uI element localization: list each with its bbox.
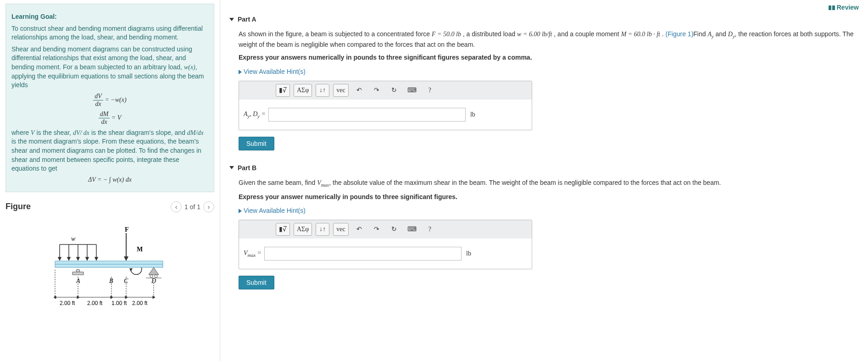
caret-right-icon bbox=[239, 70, 242, 74]
fig-dim-3: 1.00 ft bbox=[111, 300, 127, 306]
right-column: Review Part A As shown in the figure, a … bbox=[220, 0, 868, 361]
review-icon bbox=[829, 6, 835, 10]
equation-3: ΔV = − ∫ w(x) dx bbox=[11, 176, 208, 183]
figure-title: Figure bbox=[6, 202, 31, 211]
fig-label-A: A bbox=[76, 278, 80, 284]
part-a-instructions: Express your answers numerically in poun… bbox=[239, 53, 859, 62]
fig-dim-2: 2.00 ft bbox=[87, 300, 103, 306]
svg-marker-2 bbox=[58, 257, 61, 260]
figure-diagram: w F M A bbox=[46, 226, 174, 319]
keyboard-button[interactable]: ⌨ bbox=[405, 84, 419, 97]
figure-1-link[interactable]: (Figure 1) bbox=[666, 30, 694, 38]
part-b-answer-row: Vmax = lb bbox=[239, 239, 532, 269]
fig-label-B: B bbox=[109, 278, 113, 284]
redo-button[interactable]: ↷ bbox=[370, 84, 384, 97]
part-a-text: As shown in the figure, a beam is subjec… bbox=[239, 29, 859, 49]
review-link[interactable]: Review bbox=[229, 4, 859, 11]
figure-header-row: Figure ‹ 1 of 1 › bbox=[6, 201, 214, 212]
part-a-hints-link[interactable]: View Available Hint(s) bbox=[239, 68, 859, 75]
fig-dim-4: 2.00 ft bbox=[132, 300, 148, 306]
part-a-answer-box: ▮√̅ ΑΣφ ↓↑ vec ↶ ↷ ↻ ⌨ ? Ay, Dy = lb bbox=[239, 81, 532, 130]
pager-text: 1 of 1 bbox=[184, 203, 200, 211]
learning-goal-p2: Shear and bending moment diagrams can be… bbox=[11, 45, 208, 90]
pager-next-button[interactable]: › bbox=[203, 201, 214, 212]
caret-right-icon bbox=[239, 209, 242, 213]
greek-button[interactable]: ΑΣφ bbox=[294, 84, 312, 97]
greek-button[interactable]: ΑΣφ bbox=[294, 223, 312, 236]
fig-dim-1: 2.00 ft bbox=[60, 300, 75, 306]
part-b-answer-box: ▮√̅ ΑΣφ ↓↑ vec ↶ ↷ ↻ ⌨ ? Vmax = lb bbox=[239, 220, 532, 269]
part-a-answer-input[interactable] bbox=[268, 108, 466, 122]
learning-goal-p3: where V is the shear, dV/ dx is the shea… bbox=[11, 128, 208, 173]
vec-button[interactable]: vec bbox=[333, 84, 348, 97]
svg-marker-13 bbox=[129, 268, 133, 272]
undo-button[interactable]: ↶ bbox=[352, 84, 366, 97]
part-a-submit-button[interactable]: Submit bbox=[239, 137, 274, 150]
reset-button[interactable]: ↻ bbox=[387, 84, 401, 97]
part-a-answer-row: Ay, Dy = lb bbox=[239, 100, 532, 130]
svg-marker-18 bbox=[149, 267, 159, 275]
svg-marker-6 bbox=[77, 257, 79, 260]
part-b-answer-label: Vmax = bbox=[244, 250, 262, 258]
vec-button[interactable]: vec bbox=[333, 223, 348, 236]
caret-down-icon bbox=[229, 18, 234, 21]
part-a-answer-label: Ay, Dy = bbox=[244, 111, 266, 119]
learning-goal-title: Learning Goal: bbox=[11, 13, 57, 20]
left-column: Learning Goal: To construct shear and be… bbox=[0, 0, 220, 361]
fig-label-M: M bbox=[137, 246, 143, 253]
part-b-submit-button[interactable]: Submit bbox=[239, 276, 274, 289]
part-a-toolbar: ▮√̅ ΑΣφ ↓↑ vec ↶ ↷ ↻ ⌨ ? bbox=[239, 81, 532, 100]
part-b-toolbar: ▮√̅ ΑΣφ ↓↑ vec ↶ ↷ ↻ ⌨ ? bbox=[239, 220, 532, 239]
templates-button[interactable]: ▮√̅ bbox=[276, 84, 290, 97]
part-b-answer-input[interactable] bbox=[264, 247, 462, 261]
keyboard-button[interactable]: ⌨ bbox=[405, 223, 419, 236]
part-b-instructions: Express your answer numerically in pound… bbox=[239, 192, 859, 201]
figure-pager: ‹ 1 of 1 › bbox=[171, 201, 214, 212]
svg-marker-8 bbox=[86, 257, 89, 260]
equation-2: dMdx = V bbox=[11, 111, 208, 126]
part-b-unit: lb bbox=[466, 250, 471, 257]
svg-marker-10 bbox=[95, 257, 98, 260]
templates-button[interactable]: ▮√̅ bbox=[276, 223, 290, 236]
part-b-text: Given the same beam, find Vmax, the abso… bbox=[239, 178, 859, 189]
reset-button[interactable]: ↻ bbox=[387, 223, 401, 236]
redo-button[interactable]: ↷ bbox=[370, 223, 384, 236]
undo-button[interactable]: ↶ bbox=[352, 223, 366, 236]
part-a-unit: lb bbox=[470, 111, 475, 118]
caret-down-icon bbox=[229, 166, 234, 169]
equation-1: dVdx = −w(x) bbox=[11, 93, 208, 108]
fig-label-F: F bbox=[125, 226, 129, 233]
svg-marker-12 bbox=[124, 256, 128, 261]
help-button[interactable]: ? bbox=[423, 223, 437, 236]
svg-marker-4 bbox=[67, 257, 70, 260]
learning-goal-p1: To construct shear and bending moment di… bbox=[11, 24, 208, 42]
learning-goal-box: Learning Goal: To construct shear and be… bbox=[6, 4, 214, 192]
part-b-header[interactable]: Part B bbox=[229, 164, 859, 172]
app-container: Learning Goal: To construct shear and be… bbox=[0, 0, 868, 361]
part-b-hints-link[interactable]: View Available Hint(s) bbox=[239, 207, 859, 214]
pager-prev-button[interactable]: ‹ bbox=[171, 201, 182, 212]
fig-label-C: C bbox=[124, 278, 128, 284]
subsup-button[interactable]: ↓↑ bbox=[316, 84, 329, 97]
svg-rect-17 bbox=[72, 272, 83, 275]
subsup-button[interactable]: ↓↑ bbox=[316, 223, 329, 236]
fig-label-w: w bbox=[71, 235, 76, 242]
part-a-header[interactable]: Part A bbox=[229, 16, 859, 23]
help-button[interactable]: ? bbox=[423, 84, 437, 97]
svg-marker-35 bbox=[153, 296, 155, 299]
